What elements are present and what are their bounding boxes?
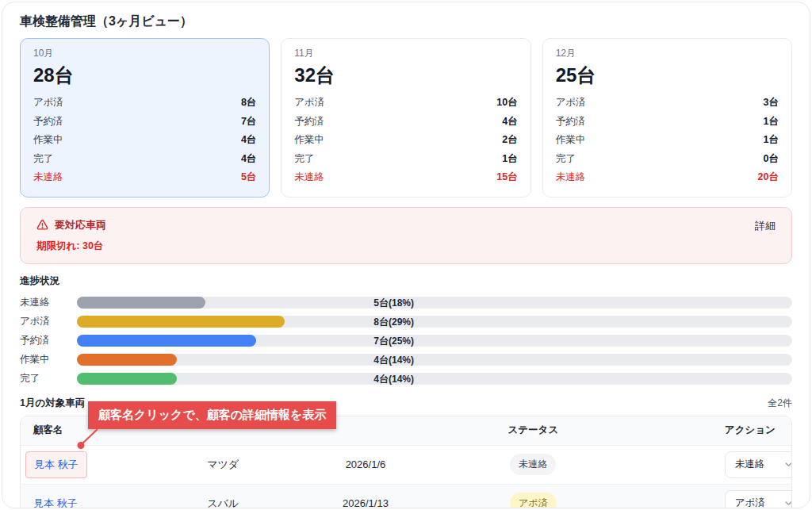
month-card-december[interactable]: 12月 25台 アポ済3台 予約済1台 作業中1台 完了0台 未連絡20台 [542, 38, 792, 197]
action-select[interactable]: 未連絡 [725, 451, 792, 478]
action-required-alert: 要対応車両 期限切れ: 30台 詳細 [20, 207, 792, 264]
progress-row: 完了 4台(14%) [20, 370, 792, 389]
vehicles-table: 顧客名 ステータス アクション 見本 秋子 マツダ 2026/1/6 未連絡 未… [20, 416, 792, 509]
alert-title: 要対応車両 [55, 218, 106, 232]
page-title: 車検整備管理（3ヶ月ビュー） [20, 13, 792, 30]
stat-label: 完了 [33, 150, 53, 169]
month-card-october[interactable]: 10月 28台 アポ済8台 予約済7台 作業中4台 完了4台 未連絡5台 [20, 38, 270, 197]
month-label: 10月 [33, 47, 256, 60]
progress-fill [77, 354, 177, 366]
stat-row-unreached: 未連絡15台 [294, 168, 517, 187]
progress-label: 予約済 [20, 334, 77, 347]
progress-label: 未連絡 [20, 296, 77, 309]
stat-value: 3台 [764, 94, 779, 113]
customer-name-link[interactable]: 見本 秋子 [34, 458, 79, 470]
stat-value: 20台 [758, 168, 779, 187]
month-cards-row: 10月 28台 アポ済8台 予約済7台 作業中4台 完了4台 未連絡5台 11月… [20, 38, 792, 197]
table-row: 見本 秋子 スバル 2026/1/13 アポ済 アポ済 [21, 484, 791, 509]
status-badge: 未連絡 [510, 454, 556, 475]
progress-label: 作業中 [20, 353, 77, 366]
stat-value: 0台 [764, 150, 779, 169]
stat-label: アポ済 [33, 94, 63, 113]
stat-value: 1台 [764, 131, 779, 150]
progress-bars: 未連絡 5台(18%) アポ済 8台(29%) 予約済 7台(25%) 作業中 … [20, 293, 792, 389]
progress-value: 7台(25%) [373, 334, 414, 347]
month-total-count: 32台 [294, 63, 517, 88]
stat-label: 作業中 [294, 131, 324, 150]
stat-row: 作業中1台 [556, 131, 779, 150]
stat-row: アポ済3台 [556, 94, 779, 113]
progress-row: 未連絡 5台(18%) [20, 293, 792, 313]
month-total-count: 28台 [33, 63, 256, 88]
stat-row: 完了1台 [294, 150, 517, 169]
progress-track: 4台(14%) [77, 373, 792, 385]
action-select-value: アポ済 [735, 497, 765, 508]
stat-label: 未連絡 [294, 168, 324, 187]
warning-triangle-icon [36, 219, 48, 231]
col-header-status: ステータス [437, 424, 630, 437]
stat-value: 1台 [502, 150, 517, 169]
customer-name-link[interactable]: 見本 秋子 [33, 497, 78, 509]
stat-row: アポ済10台 [294, 94, 517, 113]
progress-section-heading: 進捗状況 [20, 274, 792, 288]
table-count: 全2件 [768, 397, 792, 410]
stat-label: アポ済 [294, 94, 324, 113]
stat-value: 1台 [764, 113, 779, 132]
progress-row: 作業中 4台(14%) [20, 351, 792, 370]
stat-row: アポ済8台 [33, 94, 256, 113]
stat-row: 予約済1台 [556, 113, 779, 132]
progress-track: 8台(29%) [77, 316, 792, 328]
stat-value: 5台 [241, 168, 256, 187]
stat-label: 作業中 [556, 131, 586, 150]
stat-label: 完了 [294, 150, 314, 169]
progress-value: 4台(14%) [373, 372, 414, 385]
progress-fill [77, 335, 256, 347]
stat-row-unreached: 未連絡5台 [33, 168, 256, 187]
progress-track: 5台(18%) [77, 297, 792, 309]
progress-fill [77, 373, 177, 385]
progress-row: アポ済 8台(29%) [20, 313, 792, 332]
stat-row: 作業中2台 [294, 131, 517, 150]
action-select-value: 未連絡 [735, 458, 765, 471]
stat-label: 未連絡 [556, 168, 586, 187]
month-card-november[interactable]: 11月 32台 アポ済10台 予約済4台 作業中2台 完了1台 未連絡15台 [281, 38, 530, 197]
stat-row: 完了0台 [556, 150, 779, 169]
month-label: 12月 [556, 47, 779, 60]
stat-value: 7台 [241, 113, 256, 132]
stat-value: 4台 [502, 113, 517, 132]
stat-row: 完了4台 [33, 150, 256, 169]
vehicle-make: スバル [151, 497, 294, 509]
progress-label: 完了 [20, 372, 77, 385]
stat-value: 8台 [241, 94, 256, 113]
annotation-callout: 顧客名クリックで、顧客の詳細情報を表示 [88, 401, 336, 429]
progress-row: 予約済 7台(25%) [20, 332, 792, 351]
table-row: 見本 秋子 マツダ 2026/1/6 未連絡 未連絡 [21, 446, 791, 484]
stat-value: 15台 [496, 168, 517, 187]
stat-row: 予約済7台 [33, 113, 256, 132]
stat-label: 予約済 [294, 113, 324, 132]
progress-value: 8台(29%) [373, 315, 414, 328]
action-select[interactable]: アポ済 [725, 490, 792, 509]
due-date: 2026/1/6 [294, 458, 437, 470]
chevron-down-icon [784, 499, 792, 508]
progress-track: 4台(14%) [77, 354, 792, 366]
alert-detail-link[interactable]: 詳細 [755, 219, 776, 233]
status-badge: アポ済 [510, 493, 557, 508]
stat-row: 作業中4台 [33, 131, 256, 150]
stat-row: 予約済4台 [294, 113, 517, 132]
progress-label: アポ済 [20, 315, 77, 328]
alert-header: 要対応車両 [36, 218, 776, 232]
target-vehicles-section: 1月の対象車両 全2件 顧客名クリックで、顧客の詳細情報を表示 顧客名 ステータ… [20, 397, 792, 509]
due-date: 2026/1/13 [294, 497, 437, 508]
stat-value: 4台 [241, 131, 256, 150]
alert-message: 期限切れ: 30台 [36, 240, 776, 253]
stat-label: 未連絡 [33, 168, 63, 187]
dashboard-panel: 車検整備管理（3ヶ月ビュー） 10月 28台 アポ済8台 予約済7台 作業中4台… [2, 2, 810, 508]
stat-value: 2台 [502, 131, 517, 150]
stat-label: 作業中 [33, 131, 63, 150]
progress-fill [77, 297, 205, 309]
callout-pointer [75, 427, 102, 452]
stat-value: 10台 [496, 94, 517, 113]
stat-label: 完了 [556, 150, 576, 169]
month-label: 11月 [294, 47, 517, 60]
